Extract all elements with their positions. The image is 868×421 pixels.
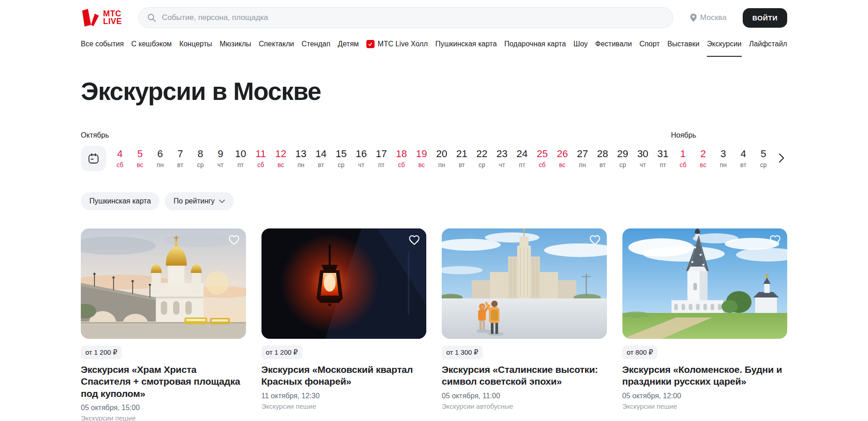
nav-item-label: Концерты — [179, 40, 212, 48]
calendar-day-weekday: сб — [110, 161, 130, 168]
price-badge: от 1 200 ₽ — [81, 346, 122, 359]
nav-item-фестивали[interactable]: Фестивали — [595, 40, 632, 57]
nav-item-лайфстайл[interactable]: Лайфстайл — [749, 40, 787, 57]
calendar-day[interactable]: 18 сб — [391, 149, 411, 168]
calendar-day-weekday: ср — [612, 161, 632, 168]
calendar-day[interactable]: 27 пн — [572, 149, 592, 168]
search-bar[interactable] — [138, 7, 673, 28]
calendar-day[interactable]: 5 вс — [130, 149, 150, 168]
calendar-day[interactable]: 2 вс — [693, 149, 713, 168]
calendar-picker-button[interactable] — [81, 146, 106, 171]
nav-item-экскурсии[interactable]: Экскурсии — [707, 40, 741, 57]
calendar-day-weekday: пн — [150, 161, 170, 168]
calendar-day-number: 9 — [210, 149, 230, 159]
calendar-day[interactable]: 14 вт — [311, 149, 331, 168]
calendar-day[interactable]: 31 пт — [653, 149, 673, 168]
calendar-day-number: 23 — [492, 149, 512, 159]
event-card[interactable]: от 1 200 ₽ Экскурсия «Московский квартал… — [261, 228, 427, 421]
nav-item-label: Все события — [81, 40, 124, 48]
calendar-day[interactable]: 8 ср — [190, 149, 210, 168]
page-title: Экскурсии в Москве — [81, 77, 787, 106]
calendar-day[interactable]: 22 ср — [472, 149, 492, 168]
login-button[interactable]: ВОЙТИ — [743, 8, 787, 28]
calendar-day[interactable]: 24 пт — [512, 149, 532, 168]
nav-item-все-события[interactable]: Все события — [81, 40, 124, 57]
location-pin-icon — [690, 13, 697, 22]
calendar-day[interactable]: 3 пн — [713, 149, 733, 168]
calendar-day[interactable]: 11 сб — [251, 149, 271, 168]
favorite-button[interactable] — [227, 234, 241, 248]
heart-icon — [228, 235, 240, 245]
calendar-day-number: 15 — [331, 149, 351, 159]
calendar-day[interactable]: 4 вт — [733, 149, 753, 168]
nav-item-концерты[interactable]: Концерты — [179, 40, 212, 57]
calendar-day-weekday: чт — [633, 161, 653, 168]
event-category: Экскурсии пешие — [81, 414, 246, 421]
calendar-day[interactable]: 12 вс — [271, 149, 291, 168]
calendar-day[interactable]: 16 чт — [351, 149, 371, 168]
nav-item-шоу[interactable]: Шоу — [573, 40, 587, 57]
filter-chips: Пушкинская карта По рейтингу — [81, 192, 787, 210]
calendar-icon — [88, 153, 99, 164]
calendar-day-weekday: пн — [713, 161, 733, 168]
nav-item-стендап[interactable]: Стендап — [301, 40, 330, 57]
event-card[interactable]: от 800 ₽ Экскурсия «Коломенское. Будни и… — [622, 228, 788, 421]
filter-chip[interactable]: По рейтингу — [165, 192, 234, 210]
mts-live-logo[interactable]: МТС LIVE — [81, 8, 122, 28]
calendar-day-number: 20 — [432, 149, 452, 159]
event-card[interactable]: от 1 300 ₽ Экскурсия «Сталинские высотки… — [442, 228, 607, 421]
city-selector[interactable]: Москва — [690, 13, 726, 22]
calendar-day-weekday: сб — [251, 161, 271, 168]
calendar-day-weekday: ср — [190, 161, 210, 168]
nav-item-пушкинская-карта[interactable]: Пушкинская карта — [435, 40, 497, 57]
calendar-day-weekday: ср — [472, 161, 492, 168]
calendar-day[interactable]: 23 чт — [492, 149, 512, 168]
calendar-day-weekday: чт — [492, 161, 512, 168]
calendar-day[interactable]: 25 сб — [532, 149, 552, 168]
filter-chip[interactable]: Пушкинская карта — [81, 192, 159, 210]
favorite-button[interactable] — [769, 234, 782, 248]
calendar-day[interactable]: 28 вт — [592, 149, 612, 168]
calendar-day[interactable]: 6 пн — [150, 149, 170, 168]
calendar-day[interactable]: 13 пн — [291, 149, 311, 168]
calendar-day[interactable]: 29 ср — [612, 149, 632, 168]
nav-item-детям[interactable]: Детям — [338, 40, 359, 57]
nav-item-выставки[interactable]: Выставки — [667, 40, 700, 57]
calendar-day[interactable]: 20 пн — [432, 149, 452, 168]
nav-item-с-кешбэком[interactable]: С кешбэком — [131, 40, 172, 57]
nav-item-мюзиклы[interactable]: Мюзиклы — [220, 40, 252, 57]
nav-item-подарочная-карта[interactable]: Подарочная карта — [504, 40, 566, 57]
calendar-day[interactable]: 21 вт — [452, 149, 472, 168]
nav-item-спектакли[interactable]: Спектакли — [259, 40, 294, 57]
calendar-day[interactable]: 26 вс — [552, 149, 572, 168]
calendar-day[interactable]: 7 вт — [170, 149, 190, 168]
event-image-red-lantern — [261, 228, 427, 339]
calendar-day[interactable]: 30 чт — [633, 149, 653, 168]
nav-item-label: Шоу — [573, 40, 587, 48]
calendar-day[interactable]: 17 пт — [371, 149, 391, 168]
event-card[interactable]: от 1 200 ₽ Экскурсия «Храм Христа Спасит… — [81, 228, 246, 421]
calendar-day[interactable]: 1 сб — [673, 149, 693, 168]
calendar-day[interactable]: 15 ср — [331, 149, 351, 168]
nav-item-мтс-live-холл[interactable]: МТС Live Холл — [366, 40, 428, 57]
favorite-button[interactable] — [408, 234, 421, 248]
nav-item-спорт[interactable]: Спорт — [639, 40, 660, 57]
calendar-day[interactable]: 19 вс — [411, 149, 431, 168]
event-image-cathedral — [81, 228, 246, 339]
calendar-day-weekday: пн — [572, 161, 592, 168]
favorite-button[interactable] — [588, 234, 602, 248]
calendar-day-number: 29 — [612, 149, 632, 159]
filter-chip-label: По рейтингу — [173, 197, 215, 205]
calendar-day-number: 4 — [733, 149, 753, 159]
calendar-next-button[interactable] — [774, 149, 789, 168]
mts-checkmark-icon — [81, 8, 100, 28]
calendar-day[interactable]: 9 чт — [210, 149, 230, 168]
calendar-day[interactable]: 4 сб — [110, 149, 130, 168]
calendar-day[interactable]: 5 ср — [754, 149, 774, 168]
search-input[interactable] — [161, 13, 665, 23]
calendar-day[interactable]: 10 пт — [231, 149, 251, 168]
calendar-months: Октябрь Ноябрь — [81, 131, 787, 140]
calendar-day-number: 21 — [452, 149, 472, 159]
calendar-day-number: 31 — [653, 149, 673, 159]
calendar-day-number: 24 — [512, 149, 532, 159]
